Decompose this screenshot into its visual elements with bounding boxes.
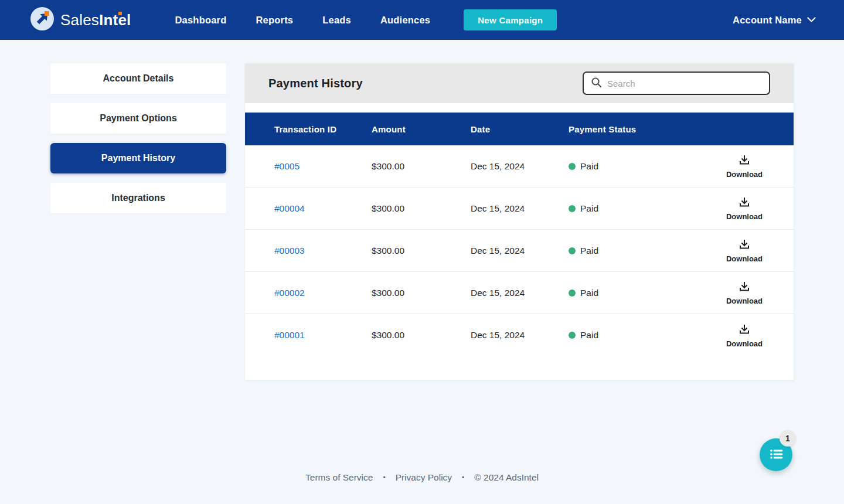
date-cell: Dec 15, 2024 (471, 330, 569, 340)
nav-dashboard[interactable]: Dashboard (175, 15, 227, 26)
payment-history-panel: Payment History Transaction ID Amount Da… (245, 63, 794, 380)
search-icon (591, 77, 602, 90)
status-badge: Paid (569, 203, 703, 214)
date-cell: Dec 15, 2024 (471, 288, 569, 298)
col-transaction-id: Transaction ID (274, 124, 372, 134)
table-row: #00002 $300.00 Dec 15, 2024 Paid Downloa… (245, 272, 794, 314)
download-button[interactable]: Download (703, 154, 785, 179)
table-row: #00001 $300.00 Dec 15, 2024 Paid Downloa… (245, 314, 794, 356)
paid-status-dot (569, 163, 576, 170)
paid-status-dot (569, 247, 576, 254)
table-header: Transaction ID Amount Date Payment Statu… (245, 113, 794, 145)
download-icon (738, 238, 751, 253)
transaction-link[interactable]: #00001 (274, 330, 372, 340)
date-cell: Dec 15, 2024 (471, 246, 569, 256)
amount-cell: $300.00 (372, 246, 471, 256)
notification-badge: 1 (780, 430, 796, 447)
account-name-label: Account Name (733, 15, 802, 26)
footer-separator: • (462, 474, 464, 482)
download-icon (738, 154, 751, 168)
amount-cell: $300.00 (372, 288, 471, 298)
paid-status-dot (569, 290, 576, 297)
sidebar-item-account-details[interactable]: Account Details (50, 63, 226, 94)
new-campaign-button[interactable]: New Campaign (464, 9, 557, 30)
col-amount: Amount (372, 124, 471, 134)
download-icon (738, 196, 751, 210)
download-button[interactable]: Download (703, 280, 785, 305)
nav-reports[interactable]: Reports (256, 15, 293, 26)
page-footer: Terms of Service • Privacy Policy • © 20… (0, 472, 844, 483)
search-input[interactable] (607, 79, 762, 88)
panel-header: Payment History (245, 63, 794, 103)
list-icon (768, 447, 784, 464)
paid-status-dot (569, 205, 576, 212)
sidebar-item-payment-history[interactable]: Payment History (50, 143, 226, 173)
status-badge: Paid (569, 288, 703, 298)
main-nav: Dashboard Reports Leads Audiences (175, 15, 431, 26)
footer-separator: • (383, 474, 385, 482)
transaction-link[interactable]: #00004 (274, 203, 372, 214)
nav-audiences[interactable]: Audiences (380, 15, 430, 26)
transaction-link[interactable]: #00002 (274, 288, 372, 298)
account-sidebar: Account Details Payment Options Payment … (50, 63, 226, 223)
date-cell: Dec 15, 2024 (471, 203, 569, 214)
download-button[interactable]: Download (703, 238, 785, 263)
status-badge: Paid (569, 161, 703, 172)
status-badge: Paid (569, 330, 703, 340)
copyright-text: © 2024 AdsIntel (474, 472, 539, 483)
brand-name: SalesIntel (60, 11, 131, 29)
table-row: #00003 $300.00 Dec 15, 2024 Paid Downloa… (245, 230, 794, 272)
sidebar-item-payment-options[interactable]: Payment Options (50, 103, 226, 134)
amount-cell: $300.00 (372, 203, 471, 214)
terms-of-service-link[interactable]: Terms of Service (305, 472, 373, 483)
download-button[interactable]: Download (703, 196, 785, 221)
col-date: Date (471, 124, 569, 134)
chevron-down-icon (807, 15, 816, 25)
amount-cell: $300.00 (372, 161, 471, 172)
privacy-policy-link[interactable]: Privacy Policy (396, 472, 452, 483)
status-badge: Paid (569, 246, 703, 256)
search-box (583, 71, 770, 95)
transaction-link[interactable]: #0005 (274, 161, 372, 172)
col-payment-status: Payment Status (569, 124, 703, 134)
table-row: #00004 $300.00 Dec 15, 2024 Paid Downloa… (245, 188, 794, 230)
download-icon (738, 323, 751, 338)
transaction-link[interactable]: #00003 (274, 246, 372, 256)
salesintel-logo-icon (30, 7, 54, 33)
table-row: #0005 $300.00 Dec 15, 2024 Paid Download (245, 145, 794, 188)
page-title: Payment History (268, 77, 363, 90)
account-menu[interactable]: Account Name (733, 15, 816, 26)
nav-leads[interactable]: Leads (322, 15, 351, 26)
brand-logo[interactable]: SalesIntel (30, 7, 131, 33)
amount-cell: $300.00 (372, 330, 471, 340)
sidebar-item-integrations[interactable]: Integrations (50, 183, 226, 213)
paid-status-dot (569, 332, 576, 339)
download-button[interactable]: Download (703, 323, 785, 348)
download-icon (738, 280, 751, 295)
date-cell: Dec 15, 2024 (471, 161, 569, 172)
top-nav: SalesIntel Dashboard Reports Leads Audie… (0, 0, 844, 40)
